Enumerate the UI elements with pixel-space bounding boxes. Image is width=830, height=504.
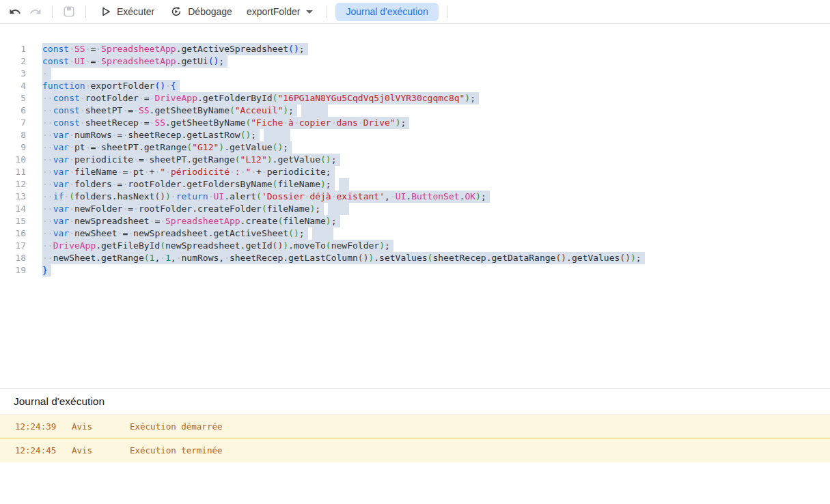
run-button-label: Exécuter xyxy=(117,6,154,17)
trailing-whitespace-selection xyxy=(301,104,328,117)
selected-code-text: ··var·newFolder·=·rootFolder.createFolde… xyxy=(42,203,324,215)
toolbar-divider xyxy=(85,5,86,18)
code-line[interactable]: 6··const·sheetPT·=·SS.getSheetByName("Ac… xyxy=(0,104,830,117)
selected-code-text: ··const·sheetPT·=·SS.getSheetByName("Acc… xyxy=(42,104,297,117)
code-line[interactable]: 8··var·numRows·=·sheetRecep.getLastRow()… xyxy=(0,129,830,141)
execution-log-button-label: Journal d'exécution xyxy=(346,6,428,17)
save-icon xyxy=(63,5,75,18)
redo-icon xyxy=(29,5,42,18)
line-number[interactable]: 3 xyxy=(0,68,26,80)
line-number[interactable]: 2 xyxy=(0,55,26,68)
debug-button[interactable]: Débogage xyxy=(163,2,240,21)
code-line[interactable]: 14··var·newFolder·=·rootFolder.createFol… xyxy=(0,203,830,215)
execution-log-button[interactable]: Journal d'exécution xyxy=(335,3,438,21)
execution-log-header: Journal d'exécution xyxy=(0,388,830,415)
toolbar: Exécuter Débogage exportFolder Journal d… xyxy=(0,0,830,24)
selected-code-text: } xyxy=(42,264,51,277)
selected-code-text: ··var·periodicite·=·sheetPT.getRange("L1… xyxy=(42,154,340,166)
line-number[interactable]: 5 xyxy=(0,92,26,104)
toolbar-divider xyxy=(447,5,447,18)
selected-code-text: ··const·rootFolder·=·DriveApp.getFolderB… xyxy=(42,92,479,104)
code-line[interactable]: 10··var·periodicite·=·sheetPT.getRange("… xyxy=(0,154,830,166)
toolbar-divider xyxy=(52,5,53,18)
line-number[interactable]: 17 xyxy=(0,240,26,252)
selected-code-text: function·exportFolder()·{ xyxy=(42,80,180,92)
line-number[interactable]: 18 xyxy=(0,252,26,264)
run-play-icon xyxy=(102,7,111,16)
log-message: Exécution démarrée xyxy=(130,421,830,432)
code-line[interactable]: 11··var·fileName·=·pt·+·"·périodicité·:·… xyxy=(0,166,830,178)
function-selector-dropdown[interactable]: exportFolder xyxy=(240,2,320,21)
undo-button[interactable] xyxy=(5,2,25,21)
selected-code-text: ··var·numRows·=·sheetRecep.getLastRow(); xyxy=(42,129,260,141)
trailing-whitespace-selection xyxy=(328,203,349,215)
toolbar-divider xyxy=(327,5,327,18)
trailing-whitespace-selection xyxy=(339,178,350,191)
code-line[interactable]: 5··const·rootFolder·=·DriveApp.getFolder… xyxy=(0,92,830,104)
execution-log-panel: Journal d'exécution 12:24:39AvisExécutio… xyxy=(0,388,830,504)
line-number[interactable]: 8 xyxy=(0,129,26,141)
selected-code-text: ··DriveApp.getFileById(newSpreadsheet.ge… xyxy=(42,240,393,252)
log-entry: 12:24:39AvisExécution démarrée xyxy=(0,415,830,438)
execution-log-title: Journal d'exécution xyxy=(14,395,105,408)
debug-button-label: Débogage xyxy=(188,6,232,17)
selected-code-text: ··if·(folders.hasNext())·return·UI.alert… xyxy=(42,191,490,203)
code-lines: 1const·SS·=·SpreadsheetApp.getActiveSpre… xyxy=(0,43,830,277)
selected-code-text: const·UI·=·SpreadsheetApp.getUi(); xyxy=(42,55,227,68)
undo-icon xyxy=(9,5,21,18)
log-message: Exécution terminée xyxy=(130,445,830,456)
run-button[interactable]: Exécuter xyxy=(93,2,163,21)
code-line[interactable]: 4function·exportFolder()·{ xyxy=(0,80,830,92)
line-number[interactable]: 6 xyxy=(0,104,26,117)
function-selector-value: exportFolder xyxy=(247,6,301,17)
code-line[interactable]: 9··var·pt·=·sheetPT.getRange("G12").getV… xyxy=(0,141,830,154)
line-number[interactable]: 14 xyxy=(0,203,26,215)
log-entries: 12:24:39AvisExécution démarrée12:24:45Av… xyxy=(0,415,830,462)
line-number[interactable]: 10 xyxy=(0,154,26,166)
selected-code-text: ··var·folders·=·rootFolder.getFoldersByN… xyxy=(42,178,335,191)
debug-icon xyxy=(171,6,182,17)
selected-code-text: ··var·newSpreadsheet·=·SpreadsheetApp.cr… xyxy=(42,215,340,227)
code-line[interactable]: 16··var·newSheet·=·newSpreadsheet.getAct… xyxy=(0,227,830,240)
selected-code-text: ··const·sheetRecep·=·SS.getSheetByName("… xyxy=(42,117,409,129)
log-timestamp: 12:24:39 xyxy=(15,421,72,432)
code-line[interactable]: 12··var·folders·=·rootFolder.getFoldersB… xyxy=(0,178,830,191)
line-number[interactable]: 4 xyxy=(0,80,26,92)
log-level: Avis xyxy=(72,445,130,456)
save-button[interactable] xyxy=(59,2,79,21)
caret-down-icon xyxy=(306,10,313,14)
selected-code-text: ··newSheet.getRange(1,·1,·numRows,·sheet… xyxy=(42,252,645,264)
selected-code-text: · xyxy=(42,68,51,80)
code-line[interactable]: 18··newSheet.getRange(1,·1,·numRows,·she… xyxy=(0,252,830,264)
code-line[interactable]: 7··const·sheetRecep·=·SS.getSheetByName(… xyxy=(0,117,830,129)
line-number[interactable]: 7 xyxy=(0,117,26,129)
line-number[interactable]: 13 xyxy=(0,191,26,203)
code-line[interactable]: 2const·UI·=·SpreadsheetApp.getUi(); xyxy=(0,55,830,68)
code-line[interactable]: 15··var·newSpreadsheet·=·SpreadsheetApp.… xyxy=(0,215,830,227)
line-number[interactable]: 12 xyxy=(0,178,26,191)
line-number[interactable]: 19 xyxy=(0,264,26,277)
log-timestamp: 12:24:45 xyxy=(15,445,72,456)
line-number[interactable]: 16 xyxy=(0,227,26,240)
line-number[interactable]: 11 xyxy=(0,166,26,178)
code-line[interactable]: 1const·SS·=·SpreadsheetApp.getActiveSpre… xyxy=(0,43,830,55)
code-line[interactable]: 13··if·(folders.hasNext())·return·UI.ale… xyxy=(0,191,830,203)
code-line[interactable]: 3· xyxy=(0,68,830,80)
trailing-whitespace-selection xyxy=(264,129,290,141)
line-number[interactable]: 15 xyxy=(0,215,26,227)
apps-script-editor: Exécuter Débogage exportFolder Journal d… xyxy=(0,0,830,504)
selected-code-text: ··var·newSheet·=·newSpreadsheet.getActiv… xyxy=(42,227,308,240)
log-entry: 12:24:45AvisExécution terminée xyxy=(0,438,830,462)
code-line[interactable]: 17··DriveApp.getFileById(newSpreadsheet.… xyxy=(0,240,830,252)
log-level: Avis xyxy=(72,421,130,432)
code-line[interactable]: 19} xyxy=(0,264,830,277)
trailing-whitespace-selection xyxy=(312,227,333,240)
selected-code-text: ··var·fileName·=·pt·+·"·périodicité·:·"·… xyxy=(42,166,335,178)
line-number[interactable]: 9 xyxy=(0,141,26,154)
line-number[interactable]: 1 xyxy=(0,43,26,55)
code-editor[interactable]: 1const·SS·=·SpreadsheetApp.getActiveSpre… xyxy=(0,24,830,388)
selected-code-text: const·SS·=·SpreadsheetApp.getActiveSprea… xyxy=(42,43,308,55)
selected-code-text: ··var·pt·=·sheetPT.getRange("G12").getVa… xyxy=(42,141,292,154)
redo-button[interactable] xyxy=(26,2,45,21)
